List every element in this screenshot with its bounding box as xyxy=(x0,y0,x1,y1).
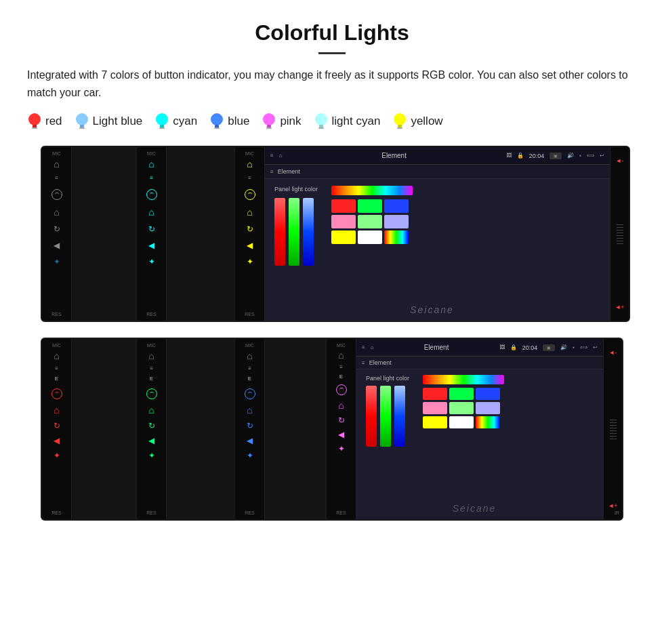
b-menu-icon-4: ≡ xyxy=(339,364,343,370)
b-menu-icon-2: ≡ xyxy=(150,365,153,371)
color-bar-red xyxy=(274,198,285,266)
b-menu-icon-3: ≡ xyxy=(248,365,251,371)
page-description: Integrated with 7 colors of button indic… xyxy=(27,66,637,101)
res-label-1: RES xyxy=(51,312,61,317)
b-home-icon-4: ⌂ xyxy=(338,350,344,361)
svg-point-18 xyxy=(394,113,406,125)
b-res-label-1: RES xyxy=(51,510,61,515)
bottom-device-main: MIC ⌂ ≡ E ⌂ ↻ ◀ ✦ RES ≡ ⌂ Element xyxy=(325,338,623,521)
swatch-blue xyxy=(384,199,409,213)
top-device-slice-2: MIC ⌂ ≡ ⌂ ↻ ◀ ✦ RES xyxy=(136,146,244,322)
b-bt-icon-2: ✦ xyxy=(148,451,155,460)
b-menu-icon-1: ≡ xyxy=(55,365,58,371)
vol-down-label: ◄- xyxy=(616,157,624,164)
b-arrow-icon-2: ◀ xyxy=(148,436,154,445)
b-rainbow-gradient-bar xyxy=(423,375,504,384)
b-home-icon-1: ⌂ xyxy=(54,350,59,361)
rainbow-gradient-bar xyxy=(331,186,413,195)
b-swatch-white xyxy=(449,416,474,428)
swatch-row-1 xyxy=(331,199,413,213)
color-label-pink: pink xyxy=(280,115,301,128)
swatch-rainbow xyxy=(384,230,409,244)
color-label-yellow: yellow xyxy=(411,115,442,128)
lock-icon: 🔒 xyxy=(517,153,524,159)
b-bt-icon-1: ✦ xyxy=(54,451,60,460)
home-nav-icon: ⌂ xyxy=(279,153,283,159)
b-display-icon: ▪ xyxy=(573,344,575,350)
swatch-yellow xyxy=(331,230,356,244)
screen-title-top: Element xyxy=(288,152,501,159)
bottom-device-slice-1: MIC ⌂ ≡ E ⌂ ↻ ◀ ✦ RES xyxy=(41,338,146,521)
color-label-cyan: cyan xyxy=(173,115,197,128)
color-label-blue: blue xyxy=(228,115,249,128)
b-home-icon-3: ⌂ xyxy=(247,350,252,361)
svg-point-12 xyxy=(263,113,275,125)
cyan-bulb-icon xyxy=(154,112,169,131)
yellow-bulb-icon xyxy=(392,112,407,131)
svg-rect-14 xyxy=(266,127,272,129)
b-mic-label-3: MIC xyxy=(245,343,254,348)
back-icon-2: ↻ xyxy=(148,224,155,234)
panel-content-area: Panel light color xyxy=(274,186,318,266)
color-item-lightblue: Light blue xyxy=(75,112,143,131)
b-power-icon-1 xyxy=(51,388,62,399)
img-icon: 🖼 xyxy=(506,153,512,159)
b-color-bars-container xyxy=(366,386,409,447)
power-icon-2 xyxy=(146,189,157,200)
red-bulb-icon xyxy=(27,112,42,131)
b-arrow-icon-4: ◀ xyxy=(338,430,344,439)
bt-icon-3: ✦ xyxy=(247,257,253,266)
b-battery-icon: ▣ xyxy=(543,344,555,351)
page-container: Colorful Lights Integrated with 7 colors… xyxy=(0,0,664,541)
power-icon-3 xyxy=(245,189,255,200)
b-panel-light-label: Panel light color xyxy=(366,375,409,382)
b-arrow-icon-1: ◀ xyxy=(54,436,60,445)
mic-label-3: MIC xyxy=(245,151,254,156)
color-indicators-row: red Light blue cyan xyxy=(27,112,637,131)
color-bars-container xyxy=(274,198,318,266)
b-img-icon: 🖼 xyxy=(499,344,505,350)
b-screen-time: 20:04 xyxy=(522,344,538,351)
svg-point-15 xyxy=(315,113,327,125)
power-icon-1 xyxy=(51,189,62,200)
color-item-yellow: yellow xyxy=(392,112,442,131)
b-e-label-1: E xyxy=(55,376,58,382)
swatch-green xyxy=(358,199,382,213)
bottom-device-row: MIC ⌂ ≡ E ⌂ ↻ ◀ ✦ RES MIC ⌂ ≡ E xyxy=(41,338,623,521)
b-swatch-lightgreen xyxy=(449,402,474,414)
home-icon-2: ⌂ xyxy=(148,159,154,169)
b-e-label-2: E xyxy=(150,376,153,382)
svg-point-9 xyxy=(211,113,223,125)
svg-point-3 xyxy=(76,113,88,125)
color-bar-blue xyxy=(303,198,314,266)
b-home2-icon-4: ⌂ xyxy=(338,400,344,411)
home2-icon-2: ⌂ xyxy=(148,207,154,218)
swatch-pink xyxy=(331,215,356,228)
bt-icon-2: ✦ xyxy=(148,257,155,266)
b-mic-label-4: MIC xyxy=(337,343,346,348)
home2-icon-3: ⌂ xyxy=(247,207,252,218)
svg-point-0 xyxy=(28,113,41,125)
hamburger-sub: ≡ xyxy=(270,169,274,175)
bt-icon-1: ✦ xyxy=(54,257,60,266)
back-icon-1: ↻ xyxy=(54,224,60,234)
page-title: Colorful Lights xyxy=(27,20,637,45)
mic-label-2: MIC xyxy=(147,151,156,156)
color-item-pink: pink xyxy=(262,112,301,131)
b-swatches-section xyxy=(423,375,504,428)
color-label-lightblue: Light blue xyxy=(93,115,143,128)
b-swatch-row-1 xyxy=(423,388,504,400)
b-hamburger-top: ≡ xyxy=(362,344,365,350)
b-e-label-3: E xyxy=(248,376,251,382)
back-icon-3: ↻ xyxy=(247,224,253,234)
b-swatch-green xyxy=(449,388,474,400)
swatch-white xyxy=(358,230,382,244)
b-e-label-4: E xyxy=(339,374,343,380)
res-label-3: RES xyxy=(245,312,254,317)
b-hamburger-sub: ≡ xyxy=(362,360,365,366)
b-vol-tick-marks xyxy=(610,420,617,439)
home2-icon-1: ⌂ xyxy=(54,207,59,218)
screen-time-top: 20:04 xyxy=(529,153,545,159)
svg-rect-17 xyxy=(318,127,324,129)
home-icon-1: ⌂ xyxy=(54,159,59,169)
